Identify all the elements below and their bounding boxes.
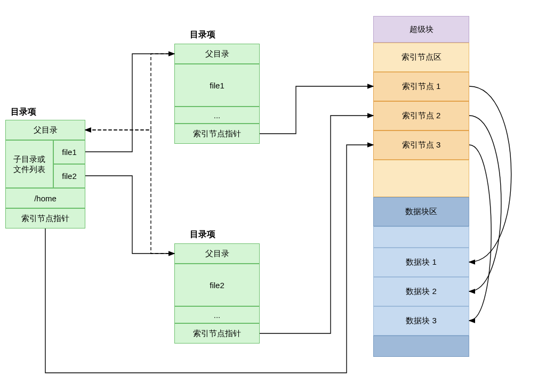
arrow-file2-parent-back (85, 130, 174, 254)
root-file2-cell: file2 (53, 164, 85, 188)
file1-inode-ptr: 索引节点指针 (174, 124, 260, 144)
arrow-file2-inodeptr-to-inode2 (260, 116, 373, 333)
arrow-file1-inodeptr-to-inode1 (260, 86, 373, 134)
disk-superblock: 超级块 (373, 16, 469, 43)
root-file1-cell: file1 (53, 140, 85, 164)
disk-inode-1: 索引节点 1 (373, 72, 469, 101)
dir-entry-file2-title: 目录项 (190, 229, 215, 240)
disk-inode-area-label: 索引节点区 (373, 43, 469, 72)
arrow-inode3-to-data3 (469, 145, 491, 321)
arrow-file2-to-entry (85, 176, 174, 254)
arrow-inode1-to-data1 (469, 86, 511, 262)
file1-ellipsis: ... (174, 107, 260, 124)
disk-data-3: 数据块 3 (373, 306, 469, 336)
disk-data-empty-top (373, 226, 469, 248)
root-inode-ptr: 索引节点指针 (5, 208, 85, 228)
arrow-file1-parent-back (85, 54, 174, 130)
root-children-label: 子目录或 文件列表 (5, 140, 53, 188)
file2-name: file2 (174, 264, 260, 306)
file2-ellipsis: ... (174, 306, 260, 323)
disk-inode-3: 索引节点 3 (373, 130, 469, 160)
root-home-cell: /home (5, 188, 85, 208)
arrow-inode2-to-data2 (469, 116, 501, 291)
disk-data-2: 数据块 2 (373, 277, 469, 306)
disk-data-1: 数据块 1 (373, 248, 469, 277)
file2-inode-ptr: 索引节点指针 (174, 323, 260, 344)
dir-entry-root-title: 目录项 (11, 107, 36, 118)
root-parent: 父目录 (5, 120, 85, 140)
disk-data-area-label: 数据块区 (373, 197, 469, 226)
file1-name: file1 (174, 64, 260, 107)
disk-inode-empty (373, 160, 469, 197)
dir-entry-file1-title: 目录项 (190, 29, 215, 40)
file2-parent: 父目录 (174, 243, 260, 264)
arrow-file1-to-entry (85, 54, 174, 152)
disk-inode-2: 索引节点 2 (373, 101, 469, 130)
disk-data-empty-bottom (373, 336, 469, 357)
file1-parent: 父目录 (174, 44, 260, 64)
